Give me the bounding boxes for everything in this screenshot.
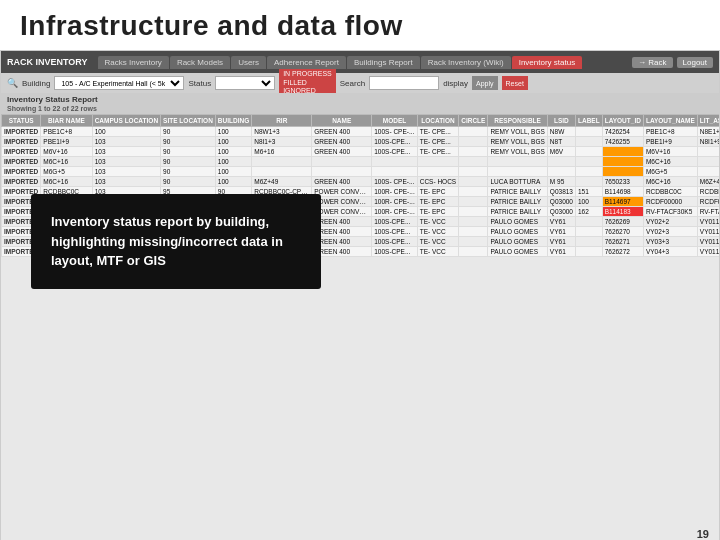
cell-campus: 103 <box>92 177 160 187</box>
col-status: STATUS <box>2 115 41 127</box>
cell-lit: VY01113 <box>697 227 719 237</box>
cell-layout_id <box>602 147 643 157</box>
cell-label <box>575 177 602 187</box>
cell-circle <box>459 247 488 257</box>
table-wrapper: STATUSBIAR NAMECAMPUS LOCATIONSITE LOCAT… <box>1 114 719 540</box>
cell-campus: 103 <box>92 147 160 157</box>
cell-label <box>575 227 602 237</box>
callout-text: Inventory status report by building, hig… <box>51 214 283 268</box>
app-container: RACK INVENTORY Racks InventoryRack Model… <box>0 50 720 540</box>
cell-layout_name: RCDBBC0C <box>643 187 697 197</box>
cell-model: 100S-CPE... <box>372 227 417 237</box>
cell-rir: M6+16 <box>252 147 312 157</box>
cell-layout_name: VY02+2 <box>643 217 697 227</box>
nav-tab-racks-inventory[interactable]: Racks Inventory <box>98 56 169 69</box>
cell-circle <box>459 197 488 207</box>
col-campus-location: CAMPUS LOCATION <box>92 115 160 127</box>
cell-responsible: REMY VOLL, BGS <box>488 127 547 137</box>
cell-layout_id <box>602 157 643 167</box>
col-model: MODEL <box>372 115 417 127</box>
cell-lit: N8E1+8 <box>697 127 719 137</box>
building-select[interactable]: 105 - A/C Experimental Hall (< 5k) <box>54 76 184 90</box>
title-area: Infrastructure and data flow <box>0 0 720 50</box>
cell-lit: VY01114 <box>697 237 719 247</box>
cell-lsid: N8T <box>547 137 575 147</box>
cell-responsible: PAULO GOMES <box>488 247 547 257</box>
cell-rir: M6Z+49 <box>252 177 312 187</box>
cell-label <box>575 137 602 147</box>
cell-label: 162 <box>575 207 602 217</box>
search-label: Search <box>340 79 365 88</box>
cell-responsible: PAULO GOMES <box>488 217 547 227</box>
display-label: display <box>443 79 468 88</box>
cell-status: IMPORTED <box>2 137 41 147</box>
page-number: 19 <box>697 528 709 540</box>
cell-lit: M6Z+49 <box>697 177 719 187</box>
cell-site: 90 <box>161 157 216 167</box>
cell-layout_name: PBE1I+9 <box>643 137 697 147</box>
cell-label: 151 <box>575 187 602 197</box>
logout-button[interactable]: Logout <box>677 57 713 68</box>
nav-tab-users[interactable]: Users <box>231 56 266 69</box>
nav-brand: RACK INVENTORY <box>7 57 88 67</box>
cell-lsid: Q03000 <box>547 197 575 207</box>
cell-layout_name: VY02+3 <box>643 227 697 237</box>
cell-location: TE- CPE... <box>417 137 458 147</box>
status-label: Status <box>188 79 211 88</box>
cell-location: TE- VCC <box>417 227 458 237</box>
cell-responsible: PAULO GOMES <box>488 237 547 247</box>
search-input[interactable] <box>369 76 439 90</box>
cell-name: GREEN 400 <box>312 127 372 137</box>
→-rack-button[interactable]: → Rack <box>632 57 672 68</box>
page-title: Infrastructure and data flow <box>20 10 403 41</box>
cell-biar: PBE1I+9 <box>41 137 92 147</box>
cell-layout_name: M6V+16 <box>643 147 697 157</box>
cell-label <box>575 247 602 257</box>
cell-lit: RCDF00000 <box>697 197 719 207</box>
cell-lsid: VY61 <box>547 217 575 227</box>
cell-lsid: N8W <box>547 127 575 137</box>
cell-layout_id: 7626271 <box>602 237 643 247</box>
cell-campus: 100 <box>92 127 160 137</box>
col-name: NAME <box>312 115 372 127</box>
search-icon: 🔍 <box>7 78 18 88</box>
cell-layout_id: 7426255 <box>602 137 643 147</box>
cell-lit: VY01114 <box>697 247 719 257</box>
cell-label <box>575 167 602 177</box>
cell-responsible: PATRICE BAILLY <box>488 197 547 207</box>
filter-bar: 🔍 Building 105 - A/C Experimental Hall (… <box>1 73 719 93</box>
nav-tab-rack-models[interactable]: Rack Models <box>170 56 230 69</box>
cell-layout_name: VY03+3 <box>643 237 697 247</box>
cell-location: TE- VCC <box>417 247 458 257</box>
reset-button[interactable]: Reset <box>502 76 528 90</box>
nav-tab-buildings-report[interactable]: Buildings Report <box>347 56 420 69</box>
cell-biar: PBE1C+8 <box>41 127 92 137</box>
status-select[interactable] <box>215 76 275 90</box>
cell-model: 100R- CPE-... <box>372 187 417 197</box>
cell-model: 100S- CPE-... <box>372 127 417 137</box>
cell-model: 100S-CPE... <box>372 137 417 147</box>
table-row: IMPORTEDPBE1I+910390100N8I1+3GREEN 40010… <box>2 137 720 147</box>
col-lit_asset-name: LIT_ASSET NAME <box>697 115 719 127</box>
nav-tab-adherence-report[interactable]: Adherence Report <box>267 56 346 69</box>
cell-label <box>575 157 602 167</box>
cell-model: 100S-CPE... <box>372 247 417 257</box>
cell-location: TE- VCC <box>417 217 458 227</box>
cell-status: IMPORTED <box>2 127 41 137</box>
apply-button[interactable]: Apply <box>472 76 498 90</box>
cell-model: 100S-CPE... <box>372 147 417 157</box>
cell-lsid: Q03000 <box>547 207 575 217</box>
cell-circle <box>459 237 488 247</box>
nav-tabs: Racks InventoryRack ModelsUsersAdherence… <box>98 56 583 69</box>
cell-location <box>417 157 458 167</box>
cell-responsible: PATRICE BAILLY <box>488 187 547 197</box>
cell-lsid <box>547 157 575 167</box>
col-rir: RIR <box>252 115 312 127</box>
nav-tab-rack-inventory-(wiki)[interactable]: Rack Inventory (Wiki) <box>421 56 511 69</box>
cell-location: TE- CPE... <box>417 127 458 137</box>
cell-circle <box>459 177 488 187</box>
cell-name <box>312 157 372 167</box>
cell-responsible: REMY VOLL, BGS <box>488 147 547 157</box>
cell-layout_id <box>602 167 643 177</box>
nav-tab-inventory-status[interactable]: Inventory status <box>512 56 582 69</box>
